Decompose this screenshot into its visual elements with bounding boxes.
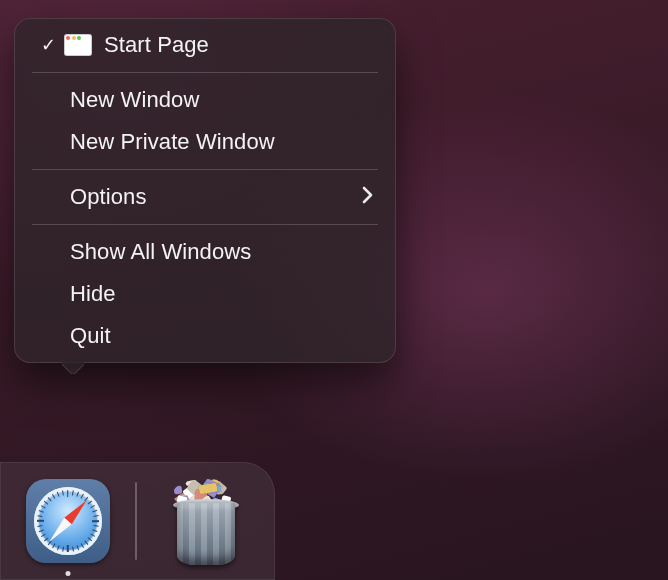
menu-separator <box>32 72 378 73</box>
menu-separator <box>32 169 378 170</box>
running-indicator-icon <box>65 571 70 576</box>
menu-item-hide[interactable]: Hide <box>14 273 396 315</box>
traffic-light-red <box>66 36 70 40</box>
trash-bin-icon <box>177 503 235 565</box>
menu-callout-pointer <box>62 362 84 374</box>
dock <box>0 462 275 580</box>
checkmark-icon: ✓ <box>34 34 64 56</box>
traffic-light-yellow <box>72 36 76 40</box>
window-thumbnail-icon <box>64 34 92 56</box>
menu-item-label: Quit <box>70 323 374 349</box>
menu-item-options[interactable]: Options <box>14 176 396 218</box>
menu-item-label: Hide <box>70 281 374 307</box>
dock-trash-slot <box>137 462 275 580</box>
menu-separator <box>32 224 378 225</box>
chevron-right-icon <box>362 186 374 209</box>
dock-app-slot <box>0 462 135 580</box>
menu-item-label: Options <box>70 184 362 210</box>
menu-item-show-all-windows[interactable]: Show All Windows <box>14 231 396 273</box>
safari-dock-context-menu: ✓ Start Page New Window New Private Wind… <box>14 18 396 363</box>
menu-item-new-private-window[interactable]: New Private Window <box>14 121 396 163</box>
safari-dock-icon[interactable] <box>26 479 110 563</box>
menu-item-label: Show All Windows <box>70 239 374 265</box>
menu-item-start-page[interactable]: ✓ Start Page <box>14 24 396 66</box>
menu-item-quit[interactable]: Quit <box>14 315 396 357</box>
menu-item-label: Start Page <box>104 32 374 58</box>
trash-dock-icon[interactable] <box>169 477 243 565</box>
menu-item-new-window[interactable]: New Window <box>14 79 396 121</box>
menu-item-label: New Private Window <box>70 129 374 155</box>
traffic-light-green <box>77 36 81 40</box>
menu-item-label: New Window <box>70 87 374 113</box>
